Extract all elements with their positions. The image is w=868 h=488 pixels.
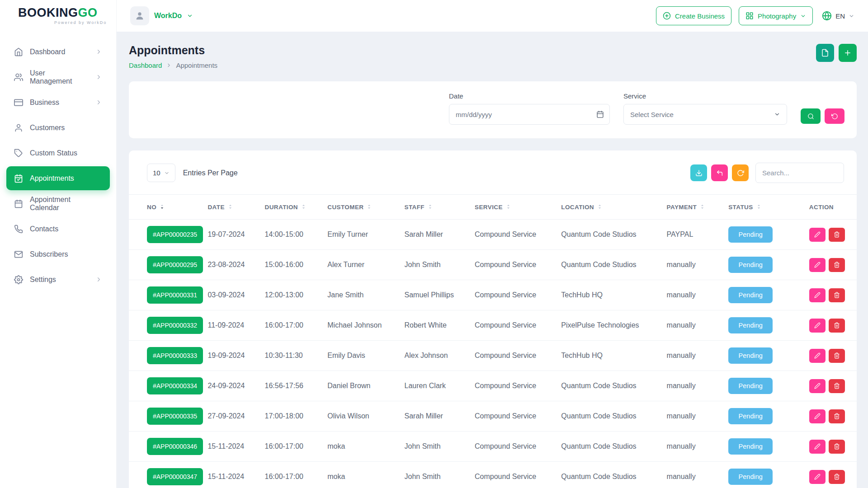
location-cell: PixelPulse Technologies (561, 310, 666, 341)
staff-cell: Samuel Phillips (405, 280, 475, 310)
sidebar-item[interactable]: User Management (6, 65, 110, 89)
status-badge: Pending (728, 438, 773, 455)
payment-cell: manually (667, 462, 729, 488)
service-cell: Compound Service (475, 280, 561, 310)
filter-reset-button[interactable] (825, 108, 844, 124)
calendar-icon (14, 199, 23, 208)
appointment-no-badge[interactable]: #APP00000235 (147, 226, 203, 243)
business-type-dropdown[interactable]: Photography (739, 6, 813, 25)
column-header[interactable]: STATUS (728, 195, 809, 220)
column-header-label: NO (147, 204, 156, 211)
delete-button[interactable] (829, 349, 845, 363)
sidebar-item[interactable]: Business (6, 90, 110, 114)
column-header[interactable]: DURATION (265, 195, 328, 220)
appointment-no-badge[interactable]: #APP00000335 (147, 408, 203, 425)
brand-logo[interactable]: BOOKINGGO Powered by WorkDo (0, 0, 116, 32)
home-icon (14, 47, 23, 56)
column-header[interactable]: SERVICE (475, 195, 561, 220)
service-filter-select[interactable]: Select Service (623, 104, 787, 125)
entries-per-page-select[interactable]: 10 (147, 164, 175, 182)
edit-button[interactable] (809, 319, 826, 333)
appointment-no-badge[interactable]: #APP00000346 (147, 438, 203, 455)
table-toolbar (690, 163, 844, 183)
sidebar-item[interactable]: Customers (6, 116, 110, 140)
appointment-no-badge[interactable]: #APP00000295 (147, 256, 203, 273)
service-filter-field: Service Select Service (623, 92, 787, 125)
sidebar-item[interactable]: Settings (6, 267, 110, 291)
location-cell: Quantum Code Studios (561, 462, 666, 488)
undo-button[interactable] (711, 164, 728, 181)
no-cell: #APP00000333 (129, 341, 208, 371)
sidebar-nav: Dashboard User Management Business Custo… (0, 32, 116, 301)
download-icon (695, 169, 703, 177)
date-cell: 19-09-2024 (208, 341, 264, 371)
appointment-no-badge[interactable]: #APP00000332 (147, 317, 203, 334)
sidebar-item[interactable]: Contacts (6, 217, 110, 241)
appointment-no-badge[interactable]: #APP00000334 (147, 377, 203, 394)
column-header[interactable]: DATE (208, 195, 264, 220)
column-header[interactable]: PAYMENT (667, 195, 729, 220)
status-cell: Pending (728, 371, 809, 401)
edit-button[interactable] (809, 379, 826, 393)
status-cell: Pending (728, 250, 809, 280)
delete-button[interactable] (829, 379, 845, 393)
date-filter-input[interactable] (449, 104, 610, 125)
sidebar-item[interactable]: Dashboard (6, 40, 110, 64)
search-input[interactable] (755, 163, 844, 183)
date-cell: 19-07-2024 (208, 220, 264, 250)
edit-button[interactable] (809, 440, 826, 454)
column-header[interactable]: NO (129, 195, 208, 220)
column-header[interactable]: CUSTOMER (327, 195, 404, 220)
table-row: #APP00000333 19-09-2024 10:30-11:30 Emil… (129, 341, 857, 371)
language-selector[interactable]: EN (820, 11, 856, 21)
delete-button[interactable] (829, 409, 845, 423)
edit-button[interactable] (809, 228, 826, 242)
delete-button[interactable] (829, 470, 845, 484)
delete-button[interactable] (829, 288, 845, 302)
edit-button[interactable] (809, 258, 826, 272)
add-appointment-button[interactable] (839, 44, 857, 62)
trash-icon (834, 322, 840, 328)
appointment-no-badge[interactable]: #APP00000331 (147, 286, 203, 304)
delete-button[interactable] (829, 440, 845, 454)
create-business-button[interactable]: Create Business (656, 6, 731, 25)
edit-button[interactable] (809, 470, 826, 484)
sidebar-item[interactable]: Appointment Calendar (6, 192, 110, 216)
sidebar-item[interactable]: Custom Status (6, 141, 110, 165)
table-row: #APP00000235 19-07-2024 14:00-15:00 Emil… (129, 220, 857, 250)
export-button[interactable] (816, 44, 834, 62)
grid-icon (745, 12, 754, 20)
edit-button[interactable] (809, 288, 826, 302)
no-cell: #APP00000235 (129, 220, 208, 250)
sidebar-item[interactable]: Subscribers (6, 242, 110, 266)
sort-icon (227, 203, 234, 210)
column-header[interactable]: ACTION (809, 195, 857, 220)
workspace-selector[interactable]: WorkDo (130, 6, 193, 25)
delete-button[interactable] (829, 319, 845, 333)
delete-button[interactable] (829, 228, 845, 242)
column-header[interactable]: STAFF (405, 195, 475, 220)
sort-icon (596, 203, 603, 210)
filter-buttons (801, 108, 844, 125)
plus-circle-icon (663, 12, 671, 20)
sidebar-item[interactable]: Appointments (6, 166, 110, 190)
breadcrumb-dashboard-link[interactable]: Dashboard (129, 61, 162, 69)
column-header-label: STATUS (728, 204, 753, 211)
appointment-no-badge[interactable]: #APP00000347 (147, 468, 203, 485)
edit-button[interactable] (809, 409, 826, 423)
download-button[interactable] (690, 164, 707, 181)
trash-icon (834, 413, 840, 419)
column-header[interactable]: LOCATION (561, 195, 666, 220)
payment-cell: PAYPAL (667, 220, 729, 250)
status-badge: Pending (728, 347, 773, 364)
delete-button[interactable] (829, 258, 845, 272)
filter-search-button[interactable] (801, 108, 821, 124)
edit-button[interactable] (809, 349, 826, 363)
no-cell: #APP00000331 (129, 280, 208, 310)
sort-icon (300, 203, 307, 210)
no-cell: #APP00000346 (129, 432, 208, 462)
appointment-no-badge[interactable]: #APP00000333 (147, 347, 203, 364)
date-cell: 24-09-2024 (208, 371, 264, 401)
refresh-button[interactable] (732, 164, 749, 181)
topbar-actions: Create Business Photography EN (656, 6, 856, 25)
